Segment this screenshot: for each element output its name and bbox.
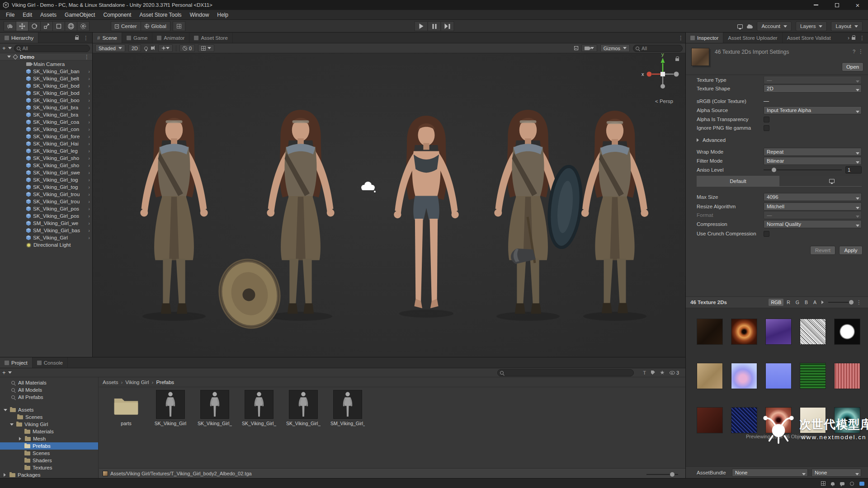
preview-package-icon[interactable] bbox=[737, 24, 743, 28]
tab-inspector[interactable]: Inspector bbox=[686, 33, 723, 43]
kebab-menu-icon[interactable]: ⋮ bbox=[858, 35, 867, 41]
prefab-expand-arrow-icon[interactable]: › bbox=[88, 104, 90, 111]
create-button[interactable]: + bbox=[2, 369, 6, 376]
resize-algorithm-dropdown[interactable]: Mitchell bbox=[764, 202, 862, 211]
texture-thumbnail[interactable] bbox=[697, 407, 723, 433]
compression-dropdown[interactable]: Normal Quality bbox=[764, 220, 862, 228]
favorite-all-materials[interactable]: All Materials bbox=[0, 379, 98, 386]
progress-icon[interactable] bbox=[821, 481, 826, 486]
effects-dropdown[interactable] bbox=[158, 44, 173, 52]
hierarchy-item-directional-light[interactable]: Directional Light bbox=[0, 241, 92, 249]
hierarchy-item[interactable]: SK_Viking_Girl_tog› bbox=[0, 183, 92, 191]
filter-mode-dropdown[interactable]: Bilinear bbox=[764, 157, 862, 165]
maximize-button[interactable] bbox=[826, 0, 847, 10]
tab-hierarchy[interactable]: Hierarchy bbox=[0, 33, 38, 43]
foldout-closed-icon[interactable] bbox=[4, 473, 8, 477]
prefab-expand-arrow-icon[interactable]: › bbox=[88, 234, 90, 241]
slider-thumb[interactable] bbox=[772, 168, 776, 172]
breadcrumb-viking-girl[interactable]: Viking Girl bbox=[125, 380, 149, 385]
platform-default-tab[interactable]: Default bbox=[697, 176, 779, 186]
help-icon[interactable]: ? bbox=[853, 49, 855, 54]
search-by-label-icon[interactable] bbox=[651, 371, 655, 375]
texture-type-dropdown[interactable]: — bbox=[764, 76, 862, 84]
prefab-expand-arrow-icon[interactable]: › bbox=[88, 133, 90, 140]
prefab-expand-arrow-icon[interactable]: › bbox=[88, 82, 90, 89]
texture-thumbnail[interactable] bbox=[800, 363, 826, 389]
hierarchy-search-input[interactable] bbox=[14, 45, 90, 52]
assetbundle-dropdown[interactable]: None bbox=[732, 469, 808, 477]
assetbundle-variant-dropdown[interactable]: None bbox=[811, 469, 861, 477]
layout-dropdown[interactable]: Layout bbox=[831, 21, 863, 31]
prefab-expand-arrow-icon[interactable]: › bbox=[88, 183, 90, 191]
favorite-all-models[interactable]: All Models bbox=[0, 386, 98, 394]
channel-rgb-button[interactable]: RGB bbox=[769, 299, 783, 306]
hierarchy-item[interactable]: SM_Viking_Girl_bas› bbox=[0, 227, 92, 234]
hierarchy-item[interactable]: SK_Viking_Girl_bod› bbox=[0, 82, 92, 89]
scene-viewport[interactable]: y x < Persp bbox=[93, 53, 685, 357]
tree-item-scenes[interactable]: Scenes bbox=[0, 413, 98, 421]
create-button[interactable]: + bbox=[2, 45, 6, 52]
console-message-icon[interactable] bbox=[840, 482, 844, 485]
favorites-icon[interactable] bbox=[660, 371, 665, 375]
collab-status-icon[interactable] bbox=[850, 482, 854, 486]
grid-dropdown[interactable] bbox=[198, 44, 214, 52]
layers-dropdown[interactable]: Layers bbox=[796, 21, 827, 31]
prefab-expand-arrow-icon[interactable]: › bbox=[88, 111, 90, 118]
menu-window[interactable]: Window bbox=[186, 10, 213, 19]
texture-thumbnail[interactable] bbox=[765, 363, 792, 389]
hierarchy-item[interactable]: SK_Viking_Girl_bra› bbox=[0, 111, 92, 118]
prefab-expand-arrow-icon[interactable]: › bbox=[88, 176, 90, 183]
cloud-activity-icon[interactable] bbox=[859, 482, 864, 486]
prefab-expand-arrow-icon[interactable]: › bbox=[88, 118, 90, 126]
texture-thumbnail[interactable] bbox=[765, 319, 792, 345]
scene-lock-icon[interactable] bbox=[675, 58, 679, 61]
hierarchy-item[interactable]: SK_Viking_Girl_sho› bbox=[0, 162, 92, 169]
max-size-dropdown[interactable]: 4096 bbox=[764, 193, 862, 201]
prefab-expand-arrow-icon[interactable]: › bbox=[88, 205, 90, 212]
scale-tool-button[interactable] bbox=[40, 21, 53, 31]
hierarchy-item[interactable]: SK_Viking_Girl_tog› bbox=[0, 176, 92, 183]
hierarchy-item[interactable]: SK_Viking_Girl_ban› bbox=[0, 68, 92, 75]
texture-thumbnail[interactable] bbox=[697, 319, 723, 345]
hierarchy-item[interactable]: SK_Viking_Girl_pos› bbox=[0, 205, 92, 212]
prefab-expand-arrow-icon[interactable]: › bbox=[88, 147, 90, 155]
apply-button[interactable]: Apply bbox=[839, 246, 863, 255]
prefab-expand-arrow-icon[interactable]: › bbox=[88, 220, 90, 227]
tab-asset-store-uploader[interactable]: Asset Store Uploader bbox=[723, 33, 782, 43]
grid-snap-button[interactable] bbox=[173, 21, 185, 31]
favorite-all-prefabs[interactable]: All Prefabs bbox=[0, 394, 98, 401]
hidden-objects-toggle[interactable]: 0 bbox=[179, 44, 195, 52]
notifications-icon[interactable] bbox=[831, 482, 835, 485]
hierarchy-item[interactable]: SK_Viking_Girl_trou› bbox=[0, 198, 92, 205]
channel-a-button[interactable]: A bbox=[811, 299, 819, 306]
hierarchy-item[interactable]: SK_Viking_Girl_bra› bbox=[0, 104, 92, 111]
tab-asset-store[interactable]: Asset Store bbox=[189, 33, 232, 43]
project-search-input[interactable] bbox=[498, 370, 633, 376]
texture-shape-dropdown[interactable]: 2D bbox=[764, 84, 862, 93]
asset-item-prefab[interactable]: SK_Viking_Girl_... bbox=[198, 390, 232, 426]
menu-component[interactable]: Component bbox=[99, 10, 135, 19]
tree-item-textures[interactable]: Textures bbox=[0, 464, 98, 471]
channel-g-button[interactable]: G bbox=[793, 299, 802, 306]
tab-scroll-arrow-icon[interactable]: › bbox=[848, 35, 849, 41]
slider-thumb[interactable] bbox=[670, 472, 675, 477]
create-dropdown-icon[interactable] bbox=[8, 371, 12, 375]
hierarchy-item[interactable]: SK_Viking_Girl_leg› bbox=[0, 147, 92, 155]
pivot-center-button[interactable]: Center bbox=[111, 21, 141, 31]
prefab-expand-arrow-icon[interactable]: › bbox=[88, 75, 90, 82]
texture-thumbnail[interactable] bbox=[731, 319, 757, 345]
thumbnail-zoom-slider[interactable] bbox=[646, 474, 678, 475]
kebab-menu-icon[interactable]: ⋮ bbox=[856, 48, 865, 55]
prefab-expand-arrow-icon[interactable]: › bbox=[88, 68, 90, 75]
breadcrumb-prefabs[interactable]: Prefabs bbox=[156, 380, 174, 385]
prefab-expand-arrow-icon[interactable]: › bbox=[88, 162, 90, 169]
texture-thumbnail[interactable] bbox=[731, 363, 757, 389]
tree-item-packages[interactable]: Packages bbox=[0, 471, 98, 478]
scene-lighting-toggle-icon[interactable] bbox=[144, 47, 148, 50]
texture-thumbnail[interactable] bbox=[800, 319, 826, 345]
slider-thumb[interactable] bbox=[849, 300, 854, 305]
texture-thumbnail[interactable] bbox=[834, 363, 860, 389]
kebab-menu-icon[interactable]: ⋮ bbox=[81, 35, 90, 41]
menu-assets[interactable]: Assets bbox=[36, 10, 61, 19]
custom-tool-button[interactable] bbox=[77, 21, 90, 31]
